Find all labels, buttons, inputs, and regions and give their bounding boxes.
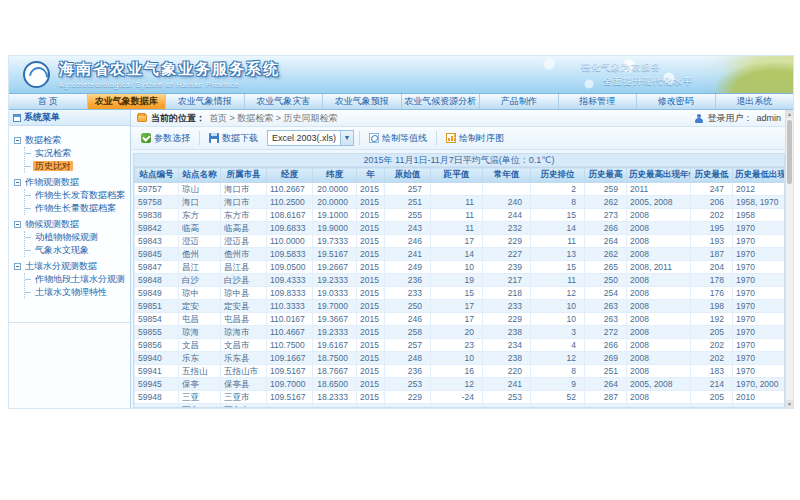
cell: 59838 — [135, 209, 179, 222]
table-row[interactable]: 59940乐东乐东县109.166718.7500201524810238122… — [135, 352, 786, 365]
column-header[interactable]: 历史最低出现年份 — [733, 168, 786, 183]
draw-contour-button[interactable]: 绘制等值线 — [365, 130, 431, 147]
scroll-down-icon[interactable]: ▼ — [786, 400, 793, 408]
tree-item[interactable]: 历史比对 — [25, 160, 127, 173]
cell: 2015 — [357, 313, 385, 326]
chevron-down-icon[interactable]: ▼ — [340, 131, 353, 145]
column-header[interactable]: 历史最高出现年份 — [627, 168, 691, 183]
cell: 2008 — [627, 326, 691, 339]
nav-tab-5[interactable]: 农业气候资源分析 — [402, 94, 481, 109]
table-row[interactable]: 59838东方东方市108.616719.1000201525511244152… — [135, 209, 786, 222]
column-header[interactable]: 历史最高 — [585, 168, 627, 183]
cell: 1970 — [733, 300, 786, 313]
column-header[interactable]: 原始值 — [385, 168, 431, 183]
column-header[interactable]: 年 — [357, 168, 385, 183]
cell: 海口市 — [221, 196, 267, 209]
table-row[interactable]: 59757琼山海口市110.266720.0000201525722592011… — [135, 183, 786, 196]
table-row[interactable]: 59851定安定安县110.333319.7000201525017233102… — [135, 300, 786, 313]
cell: 文昌 — [179, 339, 221, 352]
scroll-up-icon[interactable]: ▲ — [786, 110, 793, 118]
tree-group-label[interactable]: 物候观测数据 — [14, 218, 127, 231]
tree-item[interactable]: 作物生长发育数据档案 — [25, 189, 127, 202]
cell: 2008 — [627, 248, 691, 261]
cell: 12 — [531, 287, 585, 300]
cell: 定安县 — [221, 300, 267, 313]
nav-tab-8[interactable]: 修改密码 — [637, 94, 716, 109]
tree-group-label[interactable]: 土壤水分观测数据 — [14, 260, 127, 273]
column-header[interactable]: 历史最低 — [691, 168, 733, 183]
column-header[interactable]: 历史排位 — [531, 168, 585, 183]
draw-contour-label: 绘制等值线 — [382, 132, 427, 145]
tree-item[interactable]: 作物生长量数据档案 — [25, 202, 127, 215]
cell: 乐东县 — [221, 352, 267, 365]
tree-item[interactable]: 动植物物候观测 — [25, 231, 127, 244]
collapse-icon[interactable] — [14, 263, 21, 270]
tree-group-label[interactable]: 数据检索 — [14, 134, 127, 147]
column-header[interactable]: 常年值 — [483, 168, 531, 183]
cell: 1958, 1970 — [733, 196, 786, 209]
param-select-label: 参数选择 — [154, 132, 190, 145]
cell: 2008 — [627, 274, 691, 287]
table-row[interactable]: 59845儋州儋州市109.583319.5167201524114227132… — [135, 248, 786, 261]
column-header[interactable]: 纬度 — [313, 168, 357, 183]
column-header[interactable]: 所属市县 — [221, 168, 267, 183]
column-header[interactable]: 经度 — [267, 168, 313, 183]
cell: 19.2333 — [313, 326, 357, 339]
tree-group-label[interactable]: 作物观测数据 — [14, 176, 127, 189]
nav-tab-9[interactable]: 退出系统 — [716, 94, 794, 109]
column-header[interactable]: 站点编号 — [135, 168, 179, 183]
tree-item[interactable]: 土壤水文物理特性 — [25, 286, 127, 299]
nav-tab-1[interactable]: 农业气象数据库 — [88, 94, 167, 109]
cell: 8 — [531, 365, 585, 378]
tree-item[interactable]: 气象水文现象 — [25, 244, 127, 257]
nav-tab-3[interactable]: 农业气象灾害 — [245, 94, 324, 109]
nav-tab-7[interactable]: 指标管理 — [559, 94, 638, 109]
table-row[interactable]: 59847昌江昌江县109.050019.2667201524910239152… — [135, 261, 786, 274]
tree-item-label: 作物生长量数据档案 — [33, 203, 118, 213]
cell: 257 — [385, 339, 431, 352]
tree-item-label: 土壤水文物理特性 — [33, 287, 109, 297]
tree-group-text: 数据检索 — [25, 134, 61, 147]
column-header[interactable]: 距平值 — [431, 168, 483, 183]
cell: 59847 — [135, 261, 179, 274]
collapse-icon[interactable] — [14, 179, 21, 186]
cell: 临高县 — [221, 222, 267, 235]
vertical-scrollbar[interactable]: ▲ ▼ — [785, 110, 793, 408]
table-row[interactable]: 59854屯昌屯昌县110.016719.3667201524617229102… — [135, 313, 786, 326]
table-row[interactable]: 59843澄迈澄迈县110.000019.7333201524617229112… — [135, 235, 786, 248]
nav-tab-6[interactable]: 产品制作 — [480, 94, 559, 109]
draw-timeseries-button[interactable]: 绘制时序图 — [442, 130, 508, 147]
cell: 250 — [585, 274, 627, 287]
table-row[interactable]: 59855琼海琼海市110.466719.2333201525820238327… — [135, 326, 786, 339]
breadcrumb-path[interactable]: 首页 > 数据检索 > 历史同期检索 — [209, 112, 338, 125]
nav-tab-0[interactable]: 首 页 — [9, 94, 88, 109]
collapse-icon[interactable] — [14, 137, 21, 144]
table-row[interactable]: 59951万宁万宁市110.366718.8000201525613243927… — [135, 404, 786, 409]
tree-item[interactable]: 作物地段土壤水分观测 — [25, 273, 127, 286]
table-row[interactable]: 59758海口海口市110.250020.0000201525111240826… — [135, 196, 786, 209]
nav-tab-2[interactable]: 农业气象情报 — [166, 94, 245, 109]
export-format-dropdown[interactable]: Excel 2003(.xls) ▼ — [267, 130, 354, 146]
scrollbar-thumb[interactable] — [787, 120, 792, 184]
cell: 243 — [483, 404, 531, 409]
table-row[interactable]: 59848白沙白沙县109.433319.2333201523619217112… — [135, 274, 786, 287]
collapse-icon[interactable] — [14, 221, 21, 228]
data-download-button[interactable]: 数据下载 — [205, 130, 262, 147]
tree-item[interactable]: 实况检索 — [25, 147, 127, 160]
cell: 247 — [691, 183, 733, 196]
column-header[interactable]: 站点名称 — [179, 168, 221, 183]
param-select-button[interactable]: 参数选择 — [137, 130, 194, 147]
table-row[interactable]: 59849琼中琼中县109.833319.0333201523315218122… — [135, 287, 786, 300]
table-row[interactable]: 59941五指山五指山市109.516718.76672015236162208… — [135, 365, 786, 378]
table-row[interactable]: 59948三亚三亚市109.516718.23332015229-2425352… — [135, 391, 786, 404]
cell: 19.7333 — [313, 235, 357, 248]
table-row[interactable]: 59856文昌文昌市110.750019.6167201525723234426… — [135, 339, 786, 352]
contour-icon — [369, 133, 379, 143]
table-row[interactable]: 59945保亭保亭县109.700018.6500201525312241926… — [135, 378, 786, 391]
cell: 110.3333 — [267, 300, 313, 313]
cell: -24 — [431, 391, 483, 404]
toolbar-separator — [199, 131, 200, 145]
banner-art — [703, 56, 793, 94]
table-row[interactable]: 59842临高临高县109.683319.9000201524311232142… — [135, 222, 786, 235]
nav-tab-4[interactable]: 农业气象预报 — [323, 94, 402, 109]
